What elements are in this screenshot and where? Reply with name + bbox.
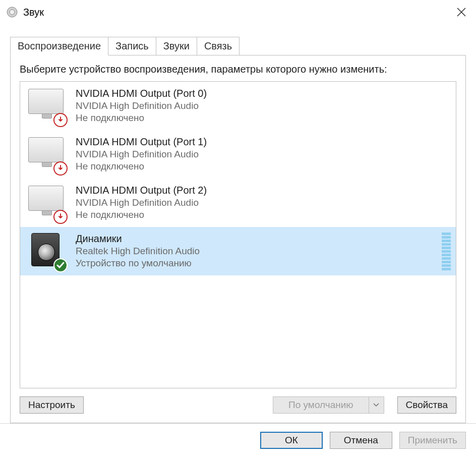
properties-button[interactable]: Свойства — [397, 396, 456, 414]
dialog-footer: ОК Отмена Применить — [0, 423, 476, 460]
set-default-dropdown[interactable]: По умолчанию — [273, 396, 384, 414]
device-text: NVIDIA HDMI Output (Port 2)NVIDIA High D… — [76, 184, 451, 220]
svg-point-1 — [10, 10, 15, 15]
monitor-icon — [28, 137, 64, 162]
device-item[interactable]: ДинамикиRealtek High Definition AudioУст… — [20, 227, 456, 275]
device-icon-wrap — [27, 184, 66, 222]
configure-button[interactable]: Настроить — [20, 396, 84, 414]
tab-запись[interactable]: Запись — [108, 37, 156, 55]
device-status: Не подключено — [76, 112, 451, 124]
titlebar: Звук — [0, 0, 476, 24]
device-text: ДинамикиRealtek High Definition AudioУст… — [76, 232, 438, 269]
device-name: NVIDIA HDMI Output (Port 1) — [76, 136, 451, 148]
tab-воспроизведение[interactable]: Воспроизведение — [10, 37, 108, 55]
device-text: NVIDIA HDMI Output (Port 0)NVIDIA High D… — [76, 87, 451, 124]
close-button[interactable] — [450, 1, 473, 24]
unplugged-badge-icon — [53, 210, 68, 224]
dialog-body: ВоспроизведениеЗаписьЗвукиСвязь Выберите… — [0, 24, 476, 423]
device-status: Не подключено — [76, 161, 451, 172]
monitor-icon — [28, 89, 64, 114]
instruction-text: Выберите устройство воспроизведения, пар… — [20, 63, 456, 76]
panel-button-row: Настроить По умолчанию Свойства — [20, 396, 456, 414]
sound-app-icon — [5, 5, 19, 19]
device-status: Устройство по умолчанию — [76, 258, 438, 269]
apply-button[interactable]: Применить — [399, 432, 466, 449]
sound-dialog: Звук ВоспроизведениеЗаписьЗвукиСвязь Выб… — [0, 0, 476, 460]
cancel-button[interactable]: Отмена — [330, 432, 392, 449]
default-check-badge-icon — [53, 258, 68, 272]
device-item[interactable]: NVIDIA HDMI Output (Port 0)NVIDIA High D… — [20, 82, 456, 130]
device-text: NVIDIA HDMI Output (Port 1)NVIDIA High D… — [76, 135, 451, 172]
unplugged-badge-icon — [53, 113, 68, 127]
close-icon — [457, 8, 466, 17]
tab-звуки[interactable]: Звуки — [156, 37, 197, 55]
device-desc: NVIDIA High Definition Audio — [76, 197, 451, 208]
tab-связь[interactable]: Связь — [197, 37, 240, 55]
window-title: Звук — [23, 7, 44, 18]
device-name: Динамики — [76, 233, 438, 245]
device-item[interactable]: NVIDIA HDMI Output (Port 1)NVIDIA High D… — [20, 130, 456, 179]
device-status: Не подключено — [76, 209, 451, 220]
device-desc: NVIDIA High Definition Audio — [76, 100, 451, 111]
ok-button[interactable]: ОК — [260, 432, 323, 449]
device-desc: NVIDIA High Definition Audio — [76, 149, 451, 160]
chevron-down-icon — [369, 397, 384, 413]
unplugged-badge-icon — [53, 161, 68, 176]
device-item[interactable]: NVIDIA HDMI Output (Port 2)NVIDIA High D… — [20, 179, 456, 227]
device-desc: Realtek High Definition Audio — [76, 246, 438, 257]
device-name: NVIDIA HDMI Output (Port 0) — [76, 88, 451, 99]
playback-tab-panel: Выберите устройство воспроизведения, пар… — [10, 55, 466, 423]
device-list[interactable]: NVIDIA HDMI Output (Port 0)NVIDIA High D… — [20, 81, 456, 388]
set-default-label: По умолчанию — [273, 397, 369, 413]
device-icon-wrap — [27, 232, 66, 270]
tabstrip: ВоспроизведениеЗаписьЗвукиСвязь — [10, 36, 466, 55]
device-icon-wrap — [27, 135, 66, 174]
volume-level-meter — [442, 232, 451, 270]
monitor-icon — [28, 186, 64, 211]
device-name: NVIDIA HDMI Output (Port 2) — [76, 185, 451, 196]
device-icon-wrap — [27, 87, 66, 125]
